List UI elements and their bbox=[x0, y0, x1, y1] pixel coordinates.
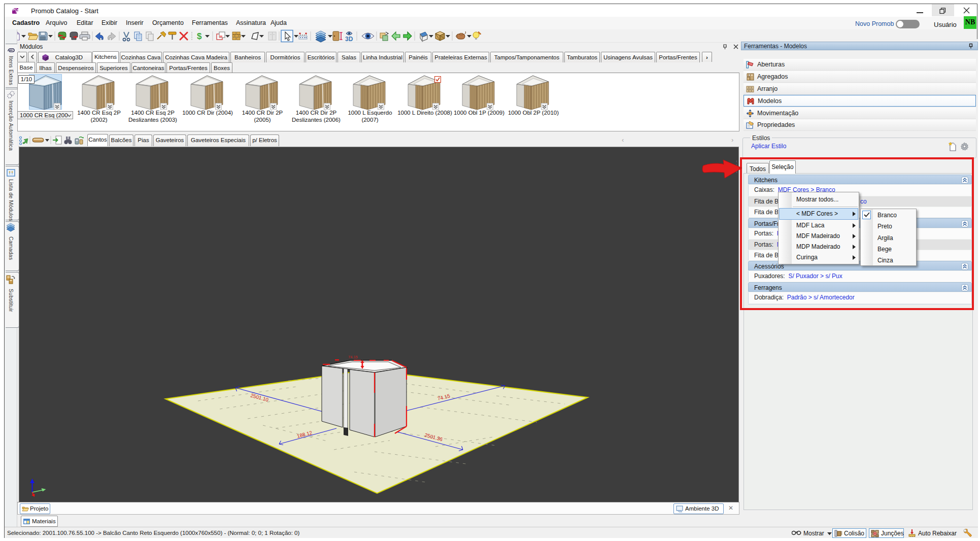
svg-text:74.15: 74.15 bbox=[348, 355, 358, 359]
svg-text:$: $ bbox=[197, 31, 202, 41]
svg-text:3D: 3D bbox=[345, 36, 353, 43]
svg-text:PCa: PCa bbox=[13, 8, 19, 11]
